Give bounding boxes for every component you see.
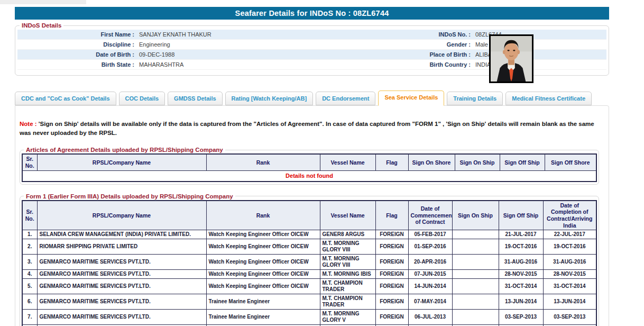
cell-r3-c1: 3. xyxy=(22,255,37,270)
empty-row: Details not found xyxy=(22,170,596,182)
tab-dc-endorsement[interactable]: DC Endorsement xyxy=(316,92,375,105)
cell-r7-c3: Trainee Marine Engineer xyxy=(206,310,320,325)
cell-r2-c1: 2. xyxy=(22,239,37,255)
note-prefix: Note : xyxy=(20,121,37,127)
cell-r7-c7 xyxy=(452,310,499,325)
column-header-sign-off-ship: Sign Off Ship xyxy=(499,201,543,230)
cell-r6-c6: 07-MAY-2014 xyxy=(408,294,452,310)
cell-r4-c5: FOREIGN xyxy=(375,270,408,279)
cell-r7-c9: 03-SEP-2013 xyxy=(543,310,596,325)
cell-r1-c7 xyxy=(452,230,499,239)
cell-r1-c6: 05-FEB-2017 xyxy=(408,230,452,239)
cell-r6-c3: Trainee Marine Engineer xyxy=(206,294,320,310)
column-header-sign-on-ship: Sign On Ship xyxy=(452,201,499,230)
cell-r2-c2: RIOMARR SHIPPING PRIVATE LIMITED xyxy=(37,239,206,255)
seafarer-details-page: Seafarer Details for INDoS No : 08ZL6744… xyxy=(15,7,609,326)
tab-coc-details[interactable]: COC Details xyxy=(119,92,165,105)
cell-r7-c5: FOREIGN xyxy=(375,310,408,325)
browser-edge-strip xyxy=(0,0,86,4)
column-header-flag: Flag xyxy=(375,154,408,170)
cell-r5-c2: GENMARCO MARITIME SERVICES PVT.LTD. xyxy=(37,279,206,294)
column-header-flag: Flag xyxy=(375,201,408,230)
cell-r6-c2: GENMARCO MARITIME SERVICES PVT.LTD. xyxy=(37,294,206,310)
column-header-rpsl-company-name: RPSL/Company Name xyxy=(37,201,206,230)
indos-label-gender: Gender : xyxy=(343,41,474,48)
tab-bar: CDC and "CoC as Cook" DetailsCOC Details… xyxy=(15,90,609,105)
indos-label-indos-no: INDoS No. : xyxy=(343,31,474,38)
column-header-rank: Rank xyxy=(206,154,320,170)
column-header-rank: Rank xyxy=(206,201,320,230)
articles-legend: Articles of Agreement Details uploaded b… xyxy=(24,147,225,153)
cell-r3-c9: 31-AUG-2016 xyxy=(543,255,596,270)
indos-value-birth-state: MAHARASHTRA xyxy=(138,61,343,68)
tab-gmdss-details[interactable]: GMDSS Details xyxy=(168,92,222,105)
column-header-sign-on-ship: Sign On Ship xyxy=(455,154,500,170)
cell-r5-c6: 14-JUN-2014 xyxy=(408,279,452,294)
cell-r4-c8: 28-NOV-2015 xyxy=(499,270,543,279)
cell-r1-c8: 21-JUL-2017 xyxy=(499,230,543,239)
table-row: 3.GENMARCO MARITIME SERVICES PVT.LTD.Wat… xyxy=(22,255,596,270)
cell-r3-c4: M.T. MORNING GLORY VIII xyxy=(320,255,375,270)
cell-r4-c2: GENMARCO MARITIME SERVICES PVT.LTD. xyxy=(37,270,206,279)
cell-r4-c6: 07-JUN-2015 xyxy=(408,270,452,279)
cell-r2-c5: FOREIGN xyxy=(375,239,408,255)
table-header-row: Sr. No.RPSL/Company NameRankVessel NameF… xyxy=(22,154,596,170)
cell-r2-c6: 01-SEP-2016 xyxy=(408,239,452,255)
column-header-sr-no: Sr. No. xyxy=(22,154,37,170)
page-title: Seafarer Details for INDoS No : 08ZL6744 xyxy=(15,7,609,20)
indos-details-legend: INDoS Details xyxy=(20,22,63,29)
cell-r7-c4: M.T. MORNING GLORY V xyxy=(320,310,375,325)
tab-rating-watch-keeping-ab[interactable]: Rating [Watch Keeping/AB] xyxy=(225,92,314,105)
cell-r3-c8: 31-AUG-2016 xyxy=(499,255,543,270)
column-header-vessel-name: Vessel Name xyxy=(320,201,375,230)
cell-r4-c7 xyxy=(452,270,499,279)
indos-label-discipline: Discipline : xyxy=(17,41,138,48)
form1-details-table: Sr. No.RPSL/Company NameRankVessel NameF… xyxy=(22,200,597,326)
cell-r5-c9: 31-OCT-2014 xyxy=(543,279,596,294)
column-header-rpsl-company-name: RPSL/Company Name xyxy=(37,154,206,170)
table-row: 6.GENMARCO MARITIME SERVICES PVT.LTD.Tra… xyxy=(22,294,596,310)
cell-r6-c5: FOREIGN xyxy=(375,294,408,310)
indos-label-birth-country: Birth Country : xyxy=(343,61,474,68)
cell-r3-c7 xyxy=(452,255,499,270)
note-body: 'Sign on Ship' details will be available… xyxy=(20,121,594,136)
cell-r2-c3: Watch Keeping Engineer Officer OICEW xyxy=(206,239,320,255)
column-header-vessel-name: Vessel Name xyxy=(320,154,375,170)
indos-label-place-of-birth: Place of Birth : xyxy=(343,51,474,58)
tab-medical-fitness-certificate[interactable]: Medical Fitness Certificate xyxy=(505,92,592,105)
cell-r7-c2: GENMARCO MARITIME SERVICES PVT.LTD. xyxy=(37,310,206,325)
cell-r6-c9: 13-JUN-2014 xyxy=(543,294,596,310)
cell-r7-c6: 06-JUL-2013 xyxy=(408,310,452,325)
indos-value-first-name: SANJAY EKNATH THAKUR xyxy=(138,31,343,38)
tab-training-details[interactable]: Training Details xyxy=(447,92,503,105)
cell-r3-c2: GENMARCO MARITIME SERVICES PVT.LTD. xyxy=(37,255,206,270)
indos-details-section: INDoS Details First Name :SANJAY EKNATH … xyxy=(15,22,609,76)
column-header-sign-on-shore: Sign On Shore xyxy=(408,154,455,170)
tab-cdc-and-coc-as-cook-details[interactable]: CDC and "CoC as Cook" Details xyxy=(15,92,116,105)
cell-r1-c9: 22-JUL-2017 xyxy=(543,230,596,239)
cell-r5-c3: Watch Keeping Engineer Officer OICEW xyxy=(206,279,320,294)
cell-r4-c9: 28-NOV-2015 xyxy=(543,270,596,279)
column-header-sign-off-ship: Sign Off Ship xyxy=(500,154,545,170)
cell-r5-c1: 5. xyxy=(22,279,37,294)
cell-r5-c7 xyxy=(452,279,499,294)
cell-r5-c4: M.T. CHAMPION TRADER xyxy=(320,279,375,294)
articles-of-agreement-table: Sr. No.RPSL/Company NameRankVessel NameF… xyxy=(22,153,597,182)
table-row: 5.GENMARCO MARITIME SERVICES PVT.LTD.Wat… xyxy=(22,279,596,294)
cell-r7-c8: 03-SEP-2013 xyxy=(499,310,543,325)
column-header-sr-no: Sr. No. xyxy=(22,201,37,230)
table-row: 1.SELANDIA CREW MANAGEMENT (INDIA) PRIVA… xyxy=(22,230,596,239)
indos-value-discipline: Engineering xyxy=(138,41,343,48)
note-text: Note : 'Sign on Ship' details will be av… xyxy=(20,120,600,137)
cell-r5-c8: 31-OCT-2014 xyxy=(499,279,543,294)
cell-r6-c8: 13-JUN-2014 xyxy=(499,294,543,310)
tab-sea-service-details[interactable]: Sea Service Details xyxy=(378,90,444,106)
indos-label-birth-state: Birth State : xyxy=(17,61,138,68)
cell-r3-c3: Watch Keeping Engineer Officer OICEW xyxy=(206,255,320,270)
table-header-row: Sr. No.RPSL/Company NameRankVessel NameF… xyxy=(22,201,596,230)
indos-label-date-of-birth: Date of Birth : xyxy=(17,51,138,58)
seafarer-photo xyxy=(489,34,533,83)
cell-r2-c7 xyxy=(452,239,499,255)
sea-service-details-panel: Note : 'Sign on Ship' details will be av… xyxy=(15,105,609,326)
column-header-date-of-completion-of-contract-arriving-india: Date of Completion of Contract/Arriving … xyxy=(543,201,596,230)
